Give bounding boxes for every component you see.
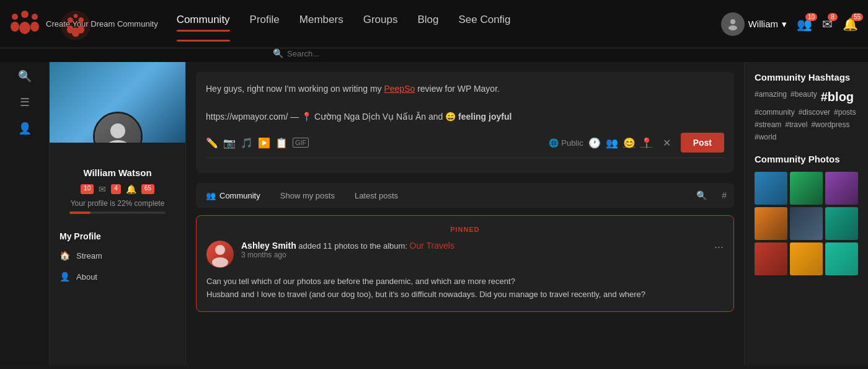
video-tool-icon[interactable]: ▶️ bbox=[258, 137, 270, 149]
main-content: Hey guys, right now I'm working on writi… bbox=[186, 62, 744, 365]
compose-close-button[interactable]: ✕ bbox=[663, 137, 671, 149]
svg-point-17 bbox=[215, 245, 225, 255]
feeling-text: feeling joyful bbox=[458, 112, 512, 122]
community-photos-grid bbox=[755, 172, 858, 275]
camera-tool-icon[interactable]: 📷 bbox=[223, 137, 236, 149]
photo-thumb-4[interactable] bbox=[755, 207, 787, 240]
compose-text-area[interactable]: Hey guys, right now I'm working on writi… bbox=[206, 82, 724, 125]
stat-badge-1: 10 bbox=[81, 184, 94, 194]
tab-community[interactable]: 👥 Community bbox=[196, 186, 270, 205]
hashtag-world[interactable]: #world bbox=[755, 133, 776, 141]
post-album-link[interactable]: Our Travels bbox=[410, 241, 454, 251]
gif-tool-icon[interactable]: GIF bbox=[293, 138, 309, 148]
sidebar-search-icon[interactable]: 🔍 bbox=[18, 69, 32, 83]
svg-point-4 bbox=[19, 22, 30, 34]
post-timestamp: 3 months ago bbox=[241, 251, 707, 259]
location-tool-icon[interactable]: 📍 bbox=[640, 137, 653, 149]
post-author-avatar bbox=[206, 241, 234, 268]
photo-thumb-8[interactable] bbox=[790, 242, 823, 275]
profile-completion-text: Your profile is 22% complete bbox=[57, 199, 178, 208]
hashtag-beauty[interactable]: #beauty bbox=[790, 90, 817, 104]
profile-stats: 10 ✉ 4 🔔 65 bbox=[57, 184, 178, 194]
peepso-link[interactable]: PeepSo bbox=[384, 84, 415, 94]
list-tool-icon[interactable]: 📋 bbox=[275, 137, 288, 149]
nav-item-seeconfig[interactable]: See Config bbox=[458, 14, 510, 29]
post-author-name: Ashley Smith bbox=[241, 241, 296, 251]
photo-thumb-2[interactable] bbox=[790, 172, 823, 205]
people-tool-icon[interactable]: 👥 bbox=[606, 137, 618, 149]
post-body-line1: Can you tell which of our photos are bef… bbox=[206, 275, 724, 288]
tab-show-my-posts[interactable]: Show my posts bbox=[270, 186, 345, 205]
search-bar-row: 🔍 bbox=[0, 48, 868, 62]
post-meta: Ashley Smith added 11 photos to the albu… bbox=[241, 241, 707, 259]
feed-hashtag-icon[interactable]: # bbox=[714, 185, 734, 205]
photo-thumb-3[interactable] bbox=[825, 172, 858, 205]
hashtag-blog[interactable]: #blog bbox=[821, 90, 854, 104]
post-header: Ashley Smith added 11 photos to the albu… bbox=[206, 241, 724, 268]
photo-thumb-1[interactable] bbox=[755, 172, 787, 205]
hashtag-list: #amazing #beauty #blog #community #disco… bbox=[755, 90, 858, 141]
post-avatar-image bbox=[206, 241, 234, 268]
pencil-tool-icon[interactable]: ✏️ bbox=[206, 137, 218, 149]
profile-info: William Watson 10 ✉ 4 🔔 65 Your profile … bbox=[50, 143, 185, 224]
search-input[interactable] bbox=[287, 49, 391, 58]
pinned-label: PINNED bbox=[206, 226, 724, 233]
site-logo-icon bbox=[10, 9, 40, 39]
community-tab-icon: 👥 bbox=[206, 191, 216, 200]
stat-badge-3: 65 bbox=[141, 184, 154, 194]
hashtag-travel[interactable]: #travel bbox=[785, 120, 807, 129]
chevron-down-icon: ▾ bbox=[782, 19, 787, 30]
post-action-text: added 11 photos to the album: bbox=[296, 241, 410, 251]
left-sidebar: 🔍 ☰ 👤 bbox=[0, 62, 50, 365]
feed-search-icon[interactable]: 🔍 bbox=[689, 185, 714, 205]
notifications-nav-icon[interactable]: 🔔 55 bbox=[843, 17, 858, 32]
main-layout: 🔍 ☰ 👤 William Watson 10 ✉ 4 🔔 65 Your pr… bbox=[0, 62, 868, 365]
clock-tool-icon[interactable]: 🕐 bbox=[588, 137, 601, 149]
photo-thumb-6[interactable] bbox=[825, 207, 858, 240]
svg-point-16 bbox=[105, 140, 130, 143]
svg-point-18 bbox=[212, 257, 228, 267]
hashtags-section-title: Community Hashtags bbox=[755, 72, 858, 82]
feed-tabs: 👥 Community Show my posts Latest posts 🔍… bbox=[196, 183, 734, 208]
messages-stat-icon: ✉ bbox=[99, 184, 106, 194]
photo-thumb-9[interactable] bbox=[825, 242, 858, 275]
hashtag-discover[interactable]: #discover bbox=[799, 108, 830, 117]
messages-nav-icon[interactable]: ✉ 8 bbox=[822, 17, 833, 32]
hashtag-wordpress[interactable]: #wordpress bbox=[811, 120, 849, 129]
post-submit-button[interactable]: Post bbox=[681, 133, 724, 153]
svg-point-15 bbox=[110, 123, 125, 138]
right-sidebar: Community Hashtags #amazing #beauty #blo… bbox=[744, 62, 868, 365]
sidebar-item-stream[interactable]: 🏠 Stream bbox=[50, 245, 185, 266]
user-menu-button[interactable]: William ▾ bbox=[721, 12, 787, 36]
nav-item-blog[interactable]: Blog bbox=[417, 14, 438, 29]
nav-item-members[interactable]: Members bbox=[299, 14, 343, 29]
svg-point-0 bbox=[12, 14, 18, 20]
nav-item-community[interactable]: Community bbox=[177, 14, 230, 34]
photo-thumb-5[interactable] bbox=[790, 207, 823, 240]
tab-latest-posts[interactable]: Latest posts bbox=[345, 186, 408, 205]
notifications-stat-icon: 🔔 bbox=[126, 184, 136, 194]
nav-item-profile[interactable]: Profile bbox=[250, 14, 280, 29]
sidebar-user-icon[interactable]: 👤 bbox=[18, 122, 32, 135]
hashtag-amazing[interactable]: #amazing bbox=[755, 90, 787, 104]
nav-item-groups[interactable]: Groups bbox=[363, 14, 398, 29]
svg-point-2 bbox=[32, 14, 38, 20]
visibility-selector[interactable]: 🌐 Public bbox=[549, 138, 583, 148]
hashtag-posts[interactable]: #posts bbox=[834, 108, 856, 117]
photo-thumb-7[interactable] bbox=[755, 242, 787, 275]
hashtag-community[interactable]: #community bbox=[755, 108, 795, 117]
post-more-button[interactable]: ··· bbox=[714, 241, 724, 254]
members-nav-icon[interactable]: 👥 10 bbox=[797, 17, 812, 32]
emoji-tool-icon[interactable]: 😊 bbox=[623, 137, 636, 149]
top-navigation: Create Your Dream Community Community Pr… bbox=[0, 0, 868, 48]
hashtag-stream[interactable]: #stream bbox=[755, 120, 781, 129]
stat-badge-2: 4 bbox=[111, 184, 121, 194]
sidebar-menu-icon[interactable]: ☰ bbox=[20, 96, 30, 109]
search-icon: 🔍 bbox=[273, 48, 283, 58]
sidebar-item-about[interactable]: 👤 About bbox=[50, 266, 185, 287]
svg-point-8 bbox=[78, 17, 84, 23]
photos-section-title: Community Photos bbox=[755, 154, 858, 164]
compose-text-line2: https://wpmayor.com/ — 📍 Cường Nga Dịch … bbox=[206, 112, 512, 122]
svg-point-12 bbox=[72, 27, 80, 37]
music-tool-icon[interactable]: 🎵 bbox=[241, 137, 253, 149]
